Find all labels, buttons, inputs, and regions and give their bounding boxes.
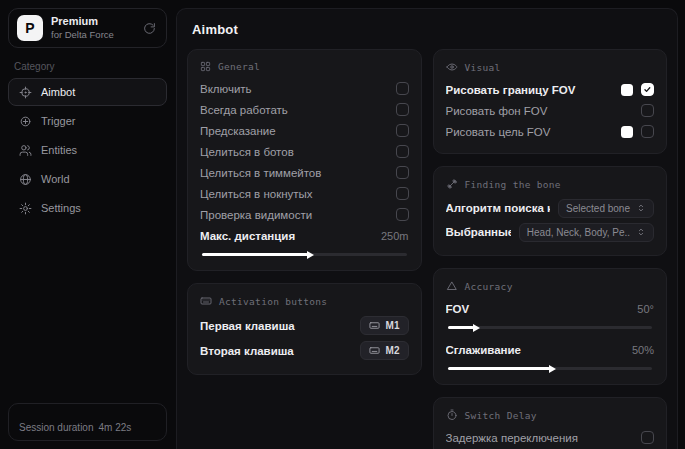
sidebar-item-label: World <box>41 173 70 185</box>
toggle-row: Задержка переключения <box>446 427 655 448</box>
toggle-row: Предсказание <box>200 120 409 141</box>
panel-title: Accuracy <box>465 281 513 292</box>
smoothing-slider[interactable] <box>448 367 653 370</box>
checkbox[interactable] <box>396 145 409 158</box>
toggle-label: Проверка видимости <box>200 209 388 221</box>
keybind-value: M1 <box>386 320 400 331</box>
keybind-button-m1[interactable]: M1 <box>360 316 409 335</box>
eye-icon <box>446 61 458 73</box>
dropdown-label: Выбранные кости <box>446 226 511 238</box>
slider-label: Сглаживание <box>446 344 624 356</box>
brand-title: Premium <box>51 15 114 29</box>
select-chevrons-icon <box>636 227 646 237</box>
sidebar-item-label: Trigger <box>41 115 75 127</box>
brand-logo: P <box>17 15 43 41</box>
toggle-row: Целиться в нокнутых <box>200 183 409 204</box>
sidebar-item-aimbot[interactable]: Aimbot <box>8 78 167 106</box>
toggle-label: Целиться в тиммейтов <box>200 167 388 179</box>
toggle-label: Целиться в нокнутых <box>200 188 388 200</box>
checkbox[interactable] <box>396 124 409 137</box>
toggle-row: Включить <box>200 78 409 99</box>
color-swatch[interactable] <box>621 126 633 138</box>
trigger-crosshair-icon <box>19 115 32 128</box>
color-swatch[interactable] <box>621 84 633 96</box>
keybind-row: Первая клавиша M1 <box>200 313 409 338</box>
slider-row: FOV 50° <box>446 298 655 319</box>
timer-icon <box>446 409 458 421</box>
selected-bones-select[interactable]: Head, Neck, Body, Pe.. <box>519 223 654 242</box>
session-value: 4m 22s <box>99 422 132 433</box>
slider-row: Макс. дистанция 250m <box>200 225 409 246</box>
slider-value: 50° <box>637 303 654 315</box>
toggle-label: Целиться в ботов <box>200 146 388 158</box>
users-icon <box>19 144 32 157</box>
keybind-value: M2 <box>386 345 400 356</box>
dropdown-value: Selected bone <box>566 203 630 214</box>
toggle-row: Рисовать цель FOV <box>446 121 655 142</box>
checkbox[interactable] <box>641 104 654 117</box>
panel-visual: Visual Рисовать границу FOV Рисовать фон… <box>433 49 668 154</box>
fov-slider[interactable] <box>448 326 653 329</box>
dropdown-value: Head, Neck, Body, Pe.. <box>527 227 630 238</box>
panel-general: General Включить Всегда работать Предска… <box>187 49 422 271</box>
toggle-label: Задержка переключения <box>446 432 634 444</box>
panel-title: General <box>218 61 260 72</box>
dropdown-row: Алгоритм поиска кости Selected bone <box>446 196 655 220</box>
slider-label: Макс. дистанция <box>200 230 373 242</box>
toggle-label: Предсказание <box>200 125 388 137</box>
sidebar-item-settings[interactable]: Settings <box>8 194 167 222</box>
toggle-label: Рисовать границу FOV <box>446 84 614 96</box>
toggle-label: Рисовать фон FOV <box>446 105 634 117</box>
toggle-row: Рисовать фон FOV <box>446 100 655 121</box>
checkbox[interactable] <box>641 125 654 138</box>
sidebar-item-trigger[interactable]: Trigger <box>8 107 167 135</box>
keybind-button-m2[interactable]: M2 <box>360 341 409 360</box>
keybind-row: Вторая клавиша M2 <box>200 338 409 363</box>
panel-title: Finding the bone <box>465 179 561 190</box>
toggle-label: Рисовать цель FOV <box>446 126 614 138</box>
toggle-row: Всегда работать <box>200 99 409 120</box>
toggle-label: Всегда работать <box>200 104 388 116</box>
sidebar-item-label: Aimbot <box>41 86 75 98</box>
panel-activation-buttons: Activation buttons Первая клавиша M1 Вто… <box>187 283 422 375</box>
sidebar-item-entities[interactable]: Entities <box>8 136 167 164</box>
sidebar: P Premium for Delta Force Category Aimbo… <box>0 0 175 449</box>
checkbox[interactable] <box>641 431 654 444</box>
bone-algorithm-select[interactable]: Selected bone <box>558 199 654 218</box>
sidebar-item-world[interactable]: World <box>8 165 167 193</box>
max-distance-slider[interactable] <box>202 253 407 256</box>
triangle-icon <box>446 280 458 292</box>
checkbox[interactable] <box>396 166 409 179</box>
keyboard-icon <box>200 295 212 307</box>
panel-title: Visual <box>465 62 501 73</box>
checkbox[interactable] <box>396 103 409 116</box>
crosshair-icon <box>19 86 32 99</box>
slider-row: Сглаживание 50% <box>446 339 655 360</box>
checkbox[interactable] <box>641 83 654 96</box>
toggle-row: Проверка видимости <box>200 204 409 225</box>
session-label: Session duration <box>19 422 94 433</box>
keybind-label: Вторая клавиша <box>200 345 352 357</box>
session-duration: Session duration 4m 22s <box>8 403 167 441</box>
slider-value: 50% <box>632 344 654 356</box>
brand-subtitle: for Delta Force <box>51 29 114 41</box>
select-chevrons-icon <box>636 203 646 213</box>
grid-icon <box>200 61 211 72</box>
sidebar-menu: Aimbot Trigger Entities World Settings <box>8 78 167 222</box>
sidebar-item-label: Settings <box>41 202 81 214</box>
sidebar-item-label: Entities <box>41 144 77 156</box>
page-title: Aimbot <box>192 22 667 37</box>
dropdown-label: Алгоритм поиска кости <box>446 202 551 214</box>
keyboard-icon <box>369 345 380 356</box>
toggle-row: Рисовать границу FOV <box>446 79 655 100</box>
keybind-label: Первая клавиша <box>200 320 352 332</box>
keyboard-icon <box>369 320 380 331</box>
brand-card: P Premium for Delta Force <box>8 8 167 48</box>
gear-icon <box>19 202 32 215</box>
checkbox[interactable] <box>396 82 409 95</box>
checkbox[interactable] <box>396 187 409 200</box>
refresh-icon[interactable] <box>141 20 158 37</box>
panel-title: Activation buttons <box>219 296 327 307</box>
checkbox[interactable] <box>396 208 409 221</box>
panel-switch-delay: Switch Delay Задержка переключения Задер… <box>433 397 668 449</box>
